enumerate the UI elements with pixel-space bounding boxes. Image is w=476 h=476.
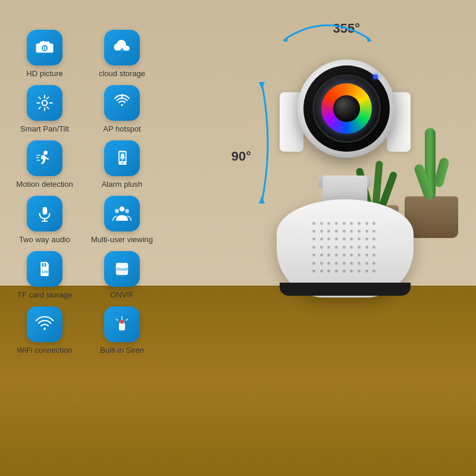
speaker-dot: [358, 262, 361, 265]
audio-icon: [35, 203, 55, 224]
cloud-storage-label: cloud storage: [99, 69, 145, 78]
multi-user-icon-circle: [104, 196, 140, 231]
speaker-dot: [343, 230, 346, 233]
speaker-dot: [327, 237, 330, 240]
speaker-dot: [358, 222, 361, 225]
speaker-dot: [343, 262, 346, 265]
speaker-dot: [335, 262, 338, 265]
speaker-dot: [320, 253, 323, 256]
tf-card-storage-label: TF card storage: [17, 290, 72, 299]
feature-built-in-siren: Built-in Siren: [86, 306, 158, 355]
alarm-plush-icon-circle: [104, 140, 140, 176]
ap-hotspot-label: AP hotspot: [103, 124, 140, 133]
speaker-dot: [335, 230, 338, 233]
speaker-dot: [365, 253, 368, 256]
svg-text:Onvif: Onvif: [117, 267, 128, 272]
pan-tilt-icon: [35, 93, 55, 113]
speaker-dot: [320, 246, 323, 249]
smart-pan-tilt-label: Smart Pan/Tilt: [20, 124, 69, 133]
built-in-siren-icon-circle: [104, 306, 140, 342]
speaker-dot: [343, 222, 346, 225]
svg-rect-20: [119, 325, 125, 331]
cloud-storage-icon-circle: [104, 30, 140, 65]
svg-text:128G: 128G: [42, 270, 51, 274]
speaker-dot: [358, 230, 361, 233]
feature-tf-card-storage: 128G TF card storage: [9, 251, 80, 299]
speaker-dot: [372, 270, 375, 273]
speaker-dot: [312, 222, 315, 225]
feature-two-way-audio: Two way audio: [9, 196, 80, 244]
speaker-dot: [327, 253, 330, 256]
speaker-dot: [312, 262, 315, 265]
speaker-dot: [350, 230, 353, 233]
speaker-dot: [358, 270, 361, 273]
ap-hotspot-icon-circle: [104, 85, 140, 121]
feature-row-1: HD picture cloud storage: [9, 30, 176, 78]
hd-picture-icon-circle: [27, 30, 62, 65]
speaker-dot: [372, 262, 375, 265]
svg-point-14: [125, 209, 129, 213]
speaker-dot: [350, 270, 353, 273]
smart-pan-tilt-icon-circle: [27, 85, 62, 121]
camera-body: [250, 48, 440, 345]
speaker-dot: [350, 222, 353, 225]
camera-head-assembly: [283, 60, 408, 184]
wifi-connection-label: WiFi connection: [17, 346, 72, 355]
wifi-icon: [35, 314, 55, 334]
feature-row-4: Two way audio Multi-user viewing: [9, 196, 176, 244]
speaker-dot: [312, 270, 315, 273]
lens-color-ring: [321, 83, 372, 134]
speaker-dot: [327, 262, 330, 265]
svg-point-21: [120, 320, 124, 324]
speaker-dot: [350, 246, 353, 249]
svg-point-3: [42, 101, 48, 106]
speaker-dot: [320, 230, 323, 233]
camera-face: [303, 65, 390, 152]
wifi-icon-circle: [27, 306, 62, 342]
two-way-audio-label: Two way audio: [19, 235, 70, 244]
speaker-dot: [365, 246, 368, 249]
speaker-dot: [365, 230, 368, 233]
speaker-dot: [372, 253, 375, 256]
feature-row-2: Smart Pan/Tilt AP hotspot: [9, 85, 176, 133]
camera-icon: [35, 37, 55, 58]
speaker-dot: [320, 237, 323, 240]
multi-user-viewing-label: Multi-user viewing: [91, 235, 153, 244]
speaker-dot: [350, 262, 353, 265]
speaker-grid: [312, 222, 378, 275]
speaker-dot: [312, 237, 315, 240]
built-in-siren-label: Built-in Siren: [100, 346, 144, 355]
speaker-dot: [343, 237, 346, 240]
motion-icon: [35, 148, 55, 168]
tf-card-icon-circle: 128G: [27, 251, 62, 287]
camera-base-bottom-ring: [280, 283, 411, 296]
svg-point-8: [122, 162, 124, 164]
speaker-dot: [327, 270, 330, 273]
alarm-icon: [112, 148, 132, 168]
feature-onvif: Onvif ONVIF: [86, 251, 158, 299]
speaker-dot: [358, 237, 361, 240]
onvif-icon: Onvif: [112, 259, 132, 279]
siren-icon: [112, 314, 132, 334]
speaker-dot: [365, 237, 368, 240]
speaker-dot: [335, 222, 338, 225]
onvif-label: ONVIF: [110, 290, 134, 299]
users-icon: [112, 203, 132, 224]
speaker-dot: [365, 222, 368, 225]
speaker-dot: [327, 246, 330, 249]
speaker-dot: [350, 237, 353, 240]
speaker-dot: [335, 246, 338, 249]
speaker-dot: [320, 222, 323, 225]
speaker-dot: [372, 246, 375, 249]
speaker-dot: [320, 270, 323, 273]
svg-rect-15: [42, 263, 44, 267]
speaker-dot: [372, 222, 375, 225]
speaker-dot: [343, 253, 346, 256]
svg-point-2: [44, 48, 46, 49]
speaker-dot: [335, 270, 338, 273]
feature-row-5: 128G TF card storage Onvif ONVIF: [9, 251, 176, 299]
hotspot-icon: [112, 93, 132, 113]
lens-core: [333, 95, 360, 122]
feature-ap-hotspot: AP hotspot: [86, 85, 158, 133]
feature-wifi-connection: WiFi connection: [9, 306, 80, 355]
